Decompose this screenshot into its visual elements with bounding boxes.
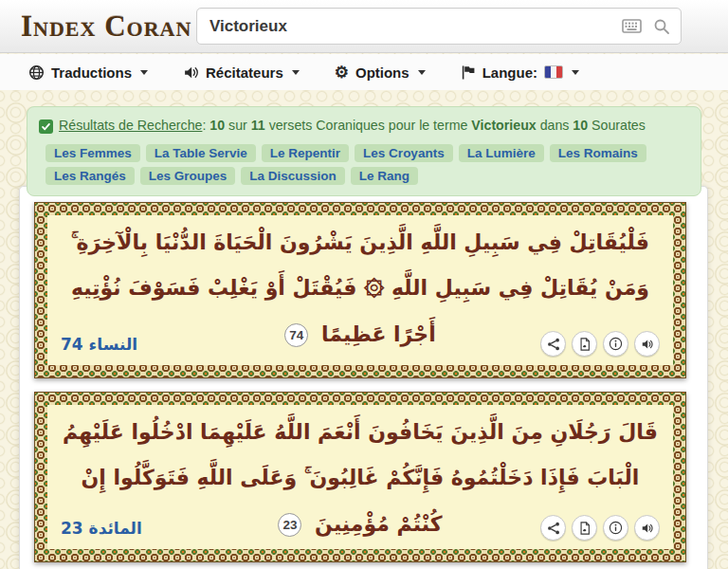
- pdf-button[interactable]: [572, 331, 597, 357]
- checked-checkbox-icon: [39, 119, 53, 134]
- results-total: 11: [251, 118, 265, 133]
- sura-chip[interactable]: Les Romains: [550, 144, 646, 162]
- verse-actions: [540, 515, 660, 541]
- search-bar: [196, 8, 682, 45]
- search-icon[interactable]: [653, 18, 670, 35]
- nav-label: Options: [355, 64, 410, 81]
- page: Index Coran Traductions: [0, 0, 728, 569]
- results-text: versets Coraniques pour le terme: [265, 118, 472, 133]
- french-flag-icon: [544, 65, 563, 79]
- results-word-sur: sur: [225, 118, 251, 133]
- audio-button[interactable]: [634, 515, 660, 541]
- sura-chip[interactable]: La Table Servie: [146, 144, 256, 162]
- search-results-summary: Résultats de Recherche: 10 sur 11 verset…: [27, 106, 701, 196]
- gear-icon: ⚙: [335, 64, 349, 81]
- search-icons: [622, 8, 670, 45]
- sura-chip[interactable]: Les Femmes: [46, 144, 140, 162]
- search-input[interactable]: [196, 8, 682, 45]
- verses-panel: فَلْيُقَاتِلْ فِي سَبِيلِ اللَّهِ الَّذِ…: [19, 186, 708, 569]
- results-word-sourates: Sourates: [588, 118, 646, 133]
- verse-card-footer: المائدة 23: [61, 515, 660, 541]
- verse-text: فَلْيُقَاتِلْ فِي سَبِيلِ اللَّهِ الَّذِ…: [71, 230, 649, 346]
- info-button[interactable]: [603, 515, 628, 541]
- info-button[interactable]: [603, 331, 628, 357]
- chevron-down-icon: [292, 70, 300, 75]
- results-line: Résultats de Recherche: 10 sur 11 verset…: [39, 116, 689, 136]
- sura-chip[interactable]: Le Repentir: [262, 144, 349, 162]
- sura-chip[interactable]: Les Groupes: [140, 167, 236, 185]
- sura-chip[interactable]: La Lumière: [459, 144, 544, 162]
- sura-chip[interactable]: Les Rangés: [46, 167, 135, 185]
- verse-actions: [540, 331, 660, 357]
- results-term: Victorieux: [471, 118, 536, 133]
- nav-item-recitateurs[interactable]: Récitateurs: [183, 64, 300, 81]
- flag-icon: [461, 64, 476, 81]
- nav-item-traductions[interactable]: Traductions: [28, 64, 148, 81]
- header: Index Coran: [0, 0, 728, 53]
- chevron-down-icon: [418, 70, 426, 75]
- nav-item-options[interactable]: ⚙ Options: [335, 64, 426, 81]
- keyboard-icon[interactable]: [622, 19, 642, 33]
- results-word-dans: dans: [537, 118, 573, 133]
- nav-label: Récitateurs: [206, 64, 283, 81]
- main-nav: Traductions Récitateurs ⚙ Options Langue…: [0, 54, 728, 90]
- nav-label: Langue:: [482, 64, 537, 81]
- nav-label: Traductions: [51, 64, 132, 81]
- verse-card-footer: النساء 74: [61, 331, 660, 357]
- sura-reference-link[interactable]: النساء 74: [61, 335, 137, 354]
- results-sura-count: 10: [573, 118, 588, 133]
- chevron-down-icon: [140, 70, 148, 75]
- speaker-icon: [183, 64, 199, 81]
- share-button[interactable]: [540, 515, 566, 541]
- verse-card-inner: قَالَ رَجُلَانِ مِنَ الَّذِينَ يَخَافُون…: [47, 405, 673, 549]
- verse-card: فَلْيُقَاتِلْ فِي سَبِيلِ اللَّهِ الَّذِ…: [34, 202, 686, 378]
- share-button[interactable]: [540, 331, 566, 357]
- audio-button[interactable]: [634, 331, 660, 357]
- results-count: 10: [209, 118, 225, 133]
- chevron-down-icon: [572, 70, 579, 75]
- globe-icon: [28, 64, 45, 81]
- site-logo[interactable]: Index Coran: [21, 9, 191, 44]
- verse-card: قَالَ رَجُلَانِ مِنَ الَّذِينَ يَخَافُون…: [34, 392, 686, 562]
- pdf-button[interactable]: [572, 515, 597, 541]
- sura-reference-link[interactable]: المائدة 23: [61, 519, 142, 538]
- verse-card-inner: فَلْيُقَاتِلْ فِي سَبِيلِ اللَّهِ الَّذِ…: [47, 215, 673, 365]
- nav-item-langue[interactable]: Langue:: [461, 64, 579, 81]
- sura-chip[interactable]: La Discussion: [241, 167, 345, 185]
- sura-chip[interactable]: Les Croyants: [355, 144, 453, 162]
- sura-chip[interactable]: Le Rang: [351, 167, 418, 185]
- sura-chip-list: Les FemmesLa Table ServieLe RepentirLes …: [46, 141, 689, 187]
- results-link[interactable]: Résultats de Recherche: [59, 118, 202, 133]
